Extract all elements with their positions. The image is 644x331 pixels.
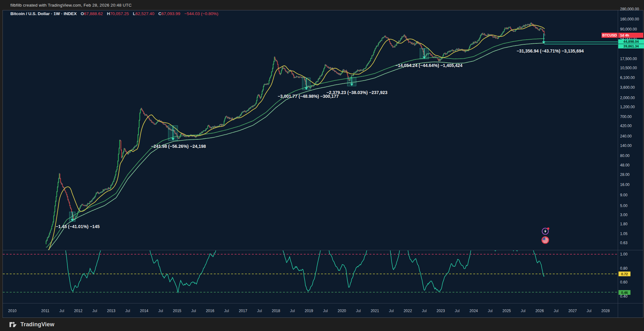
price-tick: 2,000.00 [620, 96, 635, 100]
open-label: O [81, 11, 84, 16]
price-tick: 1,200.00 [620, 105, 635, 109]
price-tick: 280,000.00 [620, 7, 639, 11]
year-tick: 2021 [371, 309, 379, 313]
month-tick: Jul [488, 309, 492, 313]
month-tick: Jul [92, 309, 97, 313]
drawdown-label[interactable]: −31,356.94 (−43.71%) −3,135,694 [517, 48, 584, 53]
close-value: 67,093.99 [161, 11, 180, 16]
low-value: 62,527.40 [136, 11, 154, 16]
year-tick: 2023 [436, 309, 445, 313]
close-label: C [158, 11, 162, 16]
indicator-tick: 1.00 [620, 252, 627, 256]
month-tick: Jul [191, 309, 196, 313]
year-tick: 2018 [272, 309, 280, 313]
year-tick: 2015 [173, 309, 181, 313]
price-tick: 140.00 [620, 143, 632, 148]
indicator-tick: 0.40 [620, 294, 627, 299]
drawdown-label[interactable]: −241.98 (−56.26%) −24,198 [151, 144, 206, 149]
price-tick: 80.00 [620, 154, 630, 158]
symbol-price-badge[interactable]: BTCUSD [602, 33, 618, 38]
month-tick: Jul [158, 309, 163, 313]
bar-countdown-badge: 1d 4h [618, 33, 643, 38]
live-streams-icon[interactable] [541, 227, 550, 237]
drawdown-label[interactable]: −2,379.23 (−38.03%) −237,923 [326, 90, 387, 95]
month-tick: Jul [389, 309, 394, 313]
year-tick: 2027 [568, 309, 577, 313]
indicator-tick: 0.80 [620, 266, 627, 271]
month-tick: Jul [125, 309, 130, 313]
drawdown-label[interactable]: −1.45 (−41.01%) −145 [56, 224, 100, 229]
high-label: H [107, 11, 110, 16]
symbol-info-line[interactable]: Bitcoin / U.S. Dollar · 1W · INDEX O67,8… [10, 11, 218, 16]
price-tick: 17,500.00 [620, 57, 637, 61]
price-tick: 700.00 [620, 115, 632, 119]
indicator-level-badge: 0.46 [619, 290, 630, 295]
price-tick: 1.05 [620, 232, 627, 236]
symbol-title[interactable]: Bitcoin / U.S. Dollar · 1W · INDEX [10, 11, 77, 16]
year-tick: 2012 [74, 309, 82, 313]
price-tick: 28.00 [620, 172, 630, 177]
price-tick: 9.00 [620, 193, 627, 197]
price-tick: 160,000.00 [620, 17, 639, 21]
price-tick: 48.00 [620, 163, 630, 167]
year-tick: 2022 [403, 309, 412, 313]
open-value: 67,888.62 [84, 11, 103, 16]
high-value: 70,057.25 [110, 11, 129, 16]
price-tick: 420.00 [620, 124, 632, 128]
year-tick: 2025 [502, 309, 511, 313]
price-tick: 240.00 [620, 134, 632, 138]
price-tick: 3,600.00 [620, 85, 635, 90]
month-tick: Jul [554, 309, 558, 313]
year-tick: 2013 [107, 309, 115, 313]
price-tick: 5.00 [620, 204, 627, 208]
month-tick: Jul [455, 309, 459, 313]
year-tick: 2010 [8, 309, 17, 313]
low-label: L [133, 11, 135, 16]
year-tick: 2024 [469, 309, 478, 313]
month-tick: Jul [290, 309, 295, 313]
tradingview-snapshot: filbfilb created with TradingView.com, F… [0, 0, 644, 331]
price-tick: 6,100.00 [620, 76, 635, 80]
price-line-label: 44,898.04 [618, 39, 644, 44]
month-tick: Jul [356, 309, 361, 313]
year-tick: 2014 [140, 309, 148, 313]
drawdown-label[interactable]: −14,054.24 (−44.64%) −1,405,424 [395, 63, 463, 68]
year-tick: 2019 [305, 309, 313, 313]
price-tick: 10,500.00 [620, 66, 637, 70]
price-tick: 1.80 [620, 222, 627, 226]
price-line-label: 39,861.34 [618, 44, 644, 48]
year-tick: 2017 [239, 309, 247, 313]
price-tick: 16.00 [620, 182, 630, 187]
change-value: −544.03 (−0.80%) [184, 11, 218, 16]
indicator-value-badge: 0.72 [619, 272, 630, 276]
month-tick: Jul [59, 309, 64, 313]
year-tick: 2011 [41, 309, 49, 313]
year-tick: 2020 [338, 309, 346, 313]
month-tick: Jul [587, 309, 591, 313]
month-tick: Jul [257, 309, 262, 313]
us-flag-icon[interactable] [541, 236, 549, 245]
month-tick: Jul [521, 309, 525, 313]
price-tick: 0.63 [620, 241, 627, 245]
month-tick: Jul [422, 309, 427, 313]
year-tick: 2016 [206, 309, 214, 313]
year-tick: 2026 [536, 309, 544, 313]
month-tick: Jul [323, 309, 328, 313]
price-tick: 90,000.00 [620, 27, 637, 31]
month-tick: Jul [224, 309, 229, 313]
indicator-tick: 0.60 [620, 280, 627, 284]
price-tick: 3.00 [620, 213, 627, 217]
indicator-line[interactable] [64, 239, 545, 293]
year-tick: 2028 [601, 309, 610, 313]
